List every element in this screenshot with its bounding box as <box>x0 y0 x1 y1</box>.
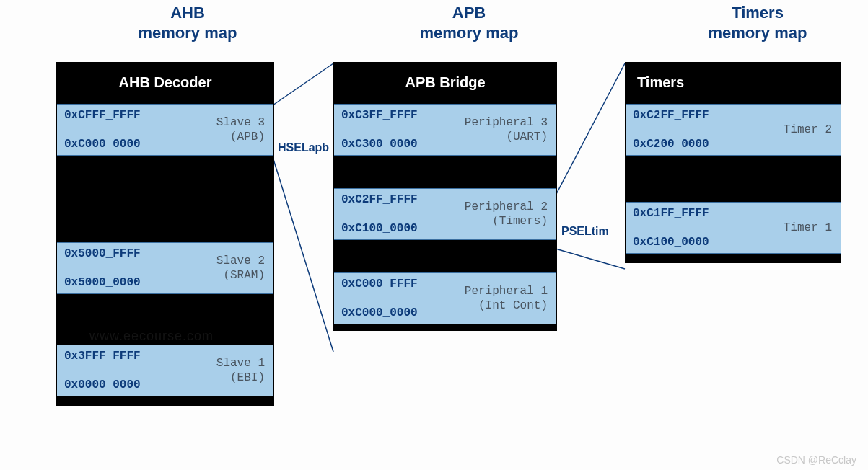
apb-title-line2: memory map <box>420 24 519 42</box>
hselapb-signal: HSELapb <box>278 141 329 154</box>
timers-header: Timers <box>626 63 841 104</box>
apb-p3-name: Peripheral 3 <box>465 115 548 130</box>
timers-title-line2: memory map <box>709 24 807 42</box>
timers-title: Timers memory map <box>649 3 866 43</box>
ahb-header: AHB Decoder <box>57 63 273 104</box>
ahb-slave3-region: 0xCFFF_FFFF 0xC000_0000 Slave 3 (APB) <box>57 104 273 156</box>
ahb-slave2-sub: (SRAM) <box>223 268 265 283</box>
ahb-title-line1: AHB <box>170 4 205 22</box>
apb-p3-region: 0xC3FF_FFFF 0xC300_0000 Peripheral 3 (UA… <box>334 104 556 156</box>
faint-url-text: www.eecourse.com <box>89 329 214 344</box>
apb-p2-region: 0xC2FF_FFFF 0xC100_0000 Peripheral 2 (Ti… <box>334 188 556 240</box>
svg-line-1 <box>273 157 333 352</box>
apb-p3-sub: (UART) <box>506 130 548 144</box>
tim-bottom-gap <box>626 254 841 262</box>
tim-t2-lo: 0xC200_0000 <box>633 138 751 151</box>
apb-p1-hi: 0xC000_FFFF <box>341 278 463 291</box>
apb-bottom-gap <box>334 324 556 330</box>
apb-p2-name: Peripheral 2 <box>465 200 548 214</box>
apb-header: APB Bridge <box>334 63 556 104</box>
ahb-slave3-sub: (APB) <box>230 130 265 144</box>
apb-p1-region: 0xC000_FFFF 0xC000_0000 Peripheral 1 (In… <box>334 272 556 324</box>
apb-gap1 <box>334 156 556 188</box>
ahb-slave1-region: 0x3FFF_FFFF 0x0000_0000 Slave 1 (EBI) <box>57 345 273 396</box>
ahb-gap1 <box>57 156 273 242</box>
ahb-slave2-region: 0x5000_FFFF 0x5000_0000 Slave 2 (SRAM) <box>57 242 273 294</box>
apb-p2-hi: 0xC2FF_FFFF <box>341 193 463 206</box>
pseltim-signal: PSELtim <box>561 225 609 238</box>
ahb-bottom-gap <box>57 396 273 405</box>
ahb-title-line2: memory map <box>139 24 237 42</box>
ahb-slave3-name: Slave 3 <box>216 115 265 130</box>
tim-t1-hi: 0xC1FF_FFFF <box>633 207 751 220</box>
watermark: CSDN @ReCclay <box>776 454 856 466</box>
ahb-slave2-name: Slave 2 <box>216 254 265 268</box>
ahb-slave2-hi: 0x5000_FFFF <box>64 247 183 260</box>
tim-gap1 <box>626 156 841 202</box>
ahb-slave3-lo: 0xC000_0000 <box>64 138 183 151</box>
apb-p3-lo: 0xC300_0000 <box>341 138 463 151</box>
apb-p2-sub: (Timers) <box>492 214 548 229</box>
tim-t2-name: Timer 2 <box>784 123 832 137</box>
ahb-slave1-hi: 0x3FFF_FFFF <box>64 350 183 363</box>
ahb-slave1-lo: 0x0000_0000 <box>64 378 183 391</box>
ahb-map: AHB Decoder 0xCFFF_FFFF 0xC000_0000 Slav… <box>56 62 274 406</box>
apb-p3-hi: 0xC3FF_FFFF <box>341 109 463 122</box>
apb-title: APB memory map <box>361 3 577 43</box>
tim-t1-lo: 0xC100_0000 <box>633 236 751 249</box>
apb-p1-sub: (Int Cont) <box>478 298 548 313</box>
tim-t1-region: 0xC1FF_FFFF 0xC100_0000 Timer 1 <box>626 202 841 254</box>
tim-t2-region: 0xC2FF_FFFF 0xC200_0000 Timer 2 <box>626 104 841 156</box>
apb-p1-name: Peripheral 1 <box>465 284 548 298</box>
svg-line-0 <box>273 63 333 105</box>
tim-t1-name: Timer 1 <box>784 221 832 235</box>
ahb-slave1-sub: (EBI) <box>230 371 265 385</box>
ahb-slave1-name: Slave 1 <box>216 356 265 371</box>
apb-p1-lo: 0xC000_0000 <box>341 306 463 319</box>
svg-line-2 <box>556 63 625 195</box>
ahb-slave3-hi: 0xCFFF_FFFF <box>64 109 183 122</box>
apb-map: APB Bridge 0xC3FF_FFFF 0xC300_0000 Perip… <box>333 62 557 331</box>
tim-t2-hi: 0xC2FF_FFFF <box>633 109 751 122</box>
ahb-title: AHB memory map <box>79 3 296 43</box>
apb-p2-lo: 0xC100_0000 <box>341 222 463 235</box>
timers-title-line1: Timers <box>732 4 784 22</box>
ahb-slave2-lo: 0x5000_0000 <box>64 276 183 289</box>
svg-line-3 <box>556 249 625 269</box>
timers-map: Timers 0xC2FF_FFFF 0xC200_0000 Timer 2 0… <box>625 62 841 263</box>
apb-gap2 <box>334 240 556 272</box>
apb-title-line1: APB <box>452 4 486 22</box>
